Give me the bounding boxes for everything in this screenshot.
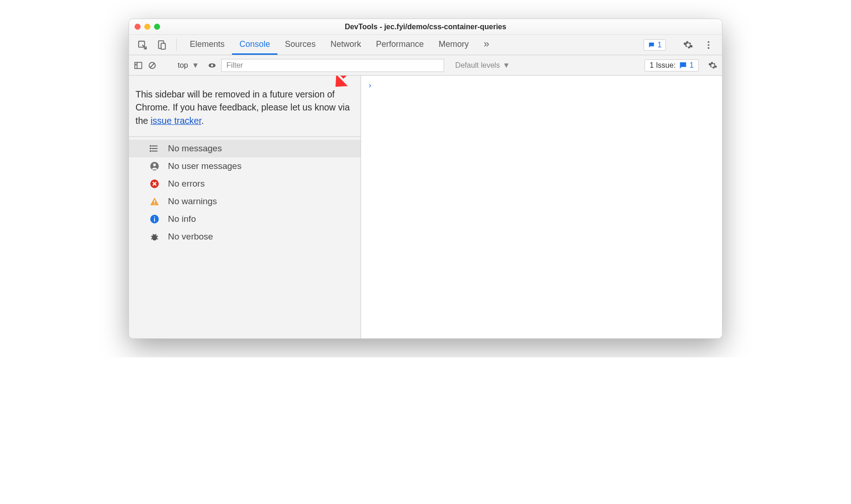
list-icon [149,143,160,154]
svg-point-3 [708,41,709,43]
issues-counter[interactable]: 1 Issue: 1 [645,59,699,71]
svg-point-9 [211,64,213,66]
tabs-overflow-button[interactable]: » [476,35,496,55]
issues-label: 1 Issue: [650,61,676,70]
filter-user-messages[interactable]: No user messages [129,157,361,175]
console-settings-button[interactable] [708,61,717,70]
console-output[interactable]: › [361,76,722,338]
svg-point-21 [152,234,157,240]
issues-badge-count: 1 [658,41,662,49]
filter-label: No errors [168,179,205,189]
toolbar-right: 1 [644,35,717,55]
warning-icon [149,196,160,207]
context-label: top [178,61,188,70]
bug-icon [149,232,160,242]
titlebar: DevTools - jec.fyi/demo/css-container-qu… [129,19,722,35]
svg-point-5 [708,47,709,49]
toggle-sidebar-button[interactable] [134,61,143,70]
filter-label: No user messages [168,161,241,171]
maximize-window-button[interactable] [154,24,160,30]
filter-verbose[interactable]: No verbose [129,228,361,246]
deprecation-notice: This sidebar will be removed in a future… [129,76,361,137]
sidebar-filters: No messages No user messages No errors N… [129,137,361,246]
tab-memory[interactable]: Memory [431,35,476,55]
filter-label: No info [168,214,196,224]
tab-performance[interactable]: Performance [368,35,431,55]
inspect-element-button[interactable] [134,35,151,55]
svg-rect-19 [154,218,155,221]
svg-rect-2 [161,43,165,49]
panel-tabs: Elements Console Sources Network Perform… [182,35,642,55]
devtools-window: DevTools - jec.fyi/demo/css-container-qu… [129,19,722,339]
log-levels-label: Default levels [455,61,500,70]
user-icon [149,161,160,171]
console-sidebar: This sidebar will be removed in a future… [129,76,361,338]
divider [176,39,177,51]
live-expression-button[interactable] [207,61,217,70]
filter-info[interactable]: No info [129,210,361,228]
svg-rect-20 [154,216,155,217]
issues-count: 1 [690,61,694,70]
chevron-down-icon: ▼ [503,61,510,70]
tab-console[interactable]: Console [232,35,277,55]
filter-errors[interactable]: No errors [129,175,361,193]
device-toolbar-button[interactable] [153,35,171,55]
svg-rect-16 [154,200,155,203]
content-area: This sidebar will be removed in a future… [129,76,722,338]
tab-network[interactable]: Network [323,35,368,55]
filter-messages[interactable]: No messages [129,140,361,157]
annotation-arrow-icon [329,76,365,97]
filter-label: No messages [168,143,222,154]
svg-point-14 [153,163,156,166]
context-selector[interactable]: top ▼ [174,61,203,70]
chevron-down-icon: ▼ [192,61,199,70]
console-toolbar: top ▼ Default levels ▼ 1 Issue: 1 [129,55,722,76]
error-icon [149,179,160,189]
window-controls [135,24,160,30]
svg-point-11 [150,148,151,149]
issues-chip: 1 [678,61,694,70]
svg-point-10 [150,145,151,146]
log-levels-selector[interactable]: Default levels ▼ [455,61,510,70]
filter-label: No verbose [168,232,213,242]
issues-badge[interactable]: 1 [644,39,666,51]
main-toolbar: Elements Console Sources Network Perform… [129,35,722,55]
svg-rect-17 [154,203,155,204]
tab-sources[interactable]: Sources [277,35,323,55]
window-title: DevTools - jec.fyi/demo/css-container-qu… [129,23,722,31]
svg-point-12 [150,150,151,151]
tab-elements[interactable]: Elements [182,35,232,55]
settings-button[interactable] [679,40,697,50]
notice-text-post: . [201,116,204,126]
filter-warnings[interactable]: No warnings [129,193,361,210]
svg-point-4 [708,44,709,46]
more-options-button[interactable] [700,40,717,50]
console-prompt: › [367,80,373,90]
issue-tracker-link[interactable]: issue tracker [151,116,201,126]
close-window-button[interactable] [135,24,141,30]
filter-label: No warnings [168,196,217,207]
minimize-window-button[interactable] [144,24,150,30]
info-icon [149,214,160,224]
clear-console-button[interactable] [148,61,157,70]
filter-input[interactable] [221,59,444,72]
